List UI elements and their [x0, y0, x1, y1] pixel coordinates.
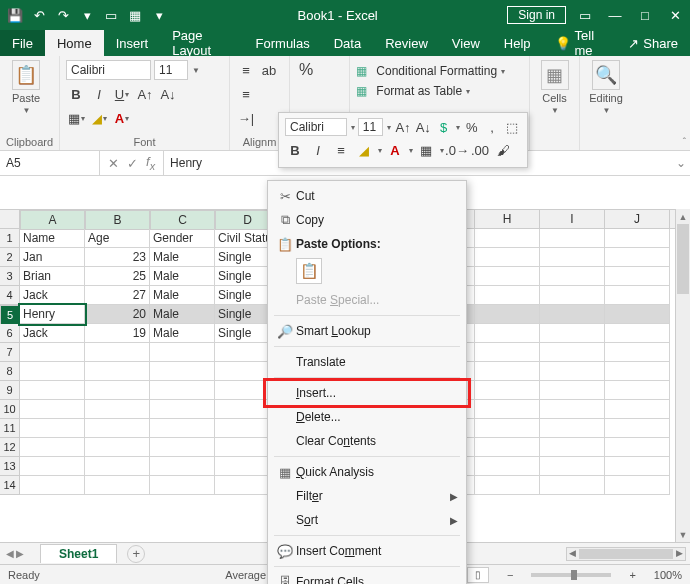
conditional-formatting-button[interactable]: ▦ Conditional Formatting▾ [356, 64, 505, 78]
collapse-ribbon-icon[interactable]: ˆ [683, 137, 686, 148]
align-top-icon[interactable]: ≡ [236, 60, 256, 80]
ctx-translate[interactable]: Translate [268, 350, 466, 374]
cell[interactable] [475, 343, 540, 362]
touch-icon[interactable]: ▭ [102, 6, 120, 24]
cell[interactable] [85, 419, 150, 438]
cell[interactable] [540, 476, 605, 495]
cell[interactable]: Name [20, 229, 85, 248]
mini-fill-icon[interactable]: ◢ [354, 140, 374, 160]
align-left-icon[interactable]: ≡ [236, 84, 256, 104]
row-header[interactable]: 3 [0, 267, 20, 286]
maximize-icon[interactable]: □ [636, 6, 654, 24]
cell[interactable] [540, 267, 605, 286]
mini-font-color-icon[interactable]: A [385, 140, 405, 160]
cells-button[interactable]: ▦Cells▼ [536, 60, 573, 115]
cell[interactable] [85, 400, 150, 419]
cell[interactable] [20, 362, 85, 381]
increase-font-icon[interactable]: A↑ [135, 84, 155, 104]
col-head-i[interactable]: I [540, 210, 605, 228]
borders-icon[interactable]: ▦▾ [66, 108, 86, 128]
select-all-corner[interactable] [0, 210, 20, 228]
row-header[interactable]: 7 [0, 343, 20, 362]
cell[interactable] [540, 343, 605, 362]
fill-color-icon[interactable]: ◢▾ [89, 108, 109, 128]
zoom-slider[interactable] [531, 573, 611, 577]
editing-button[interactable]: 🔍Editing▼ [586, 60, 626, 115]
row-header[interactable]: 8 [0, 362, 20, 381]
wrap-text-icon[interactable]: ab [259, 60, 279, 80]
cell[interactable] [540, 324, 605, 343]
row-header[interactable]: 9 [0, 381, 20, 400]
cell[interactable] [85, 381, 150, 400]
row-header[interactable]: 4 [0, 286, 20, 305]
cell[interactable] [20, 476, 85, 495]
mini-dec-decimal-icon[interactable]: .00 [470, 140, 490, 160]
cell[interactable] [540, 305, 605, 324]
cell[interactable] [605, 457, 670, 476]
redo-icon[interactable]: ↷ [54, 6, 72, 24]
cell[interactable] [605, 267, 670, 286]
ctx-cut[interactable]: ✂Cut [268, 184, 466, 208]
cell[interactable]: Brian [20, 267, 85, 286]
cell[interactable] [605, 476, 670, 495]
cell[interactable] [85, 476, 150, 495]
cell[interactable]: 27 [85, 286, 150, 305]
scroll-right-icon[interactable]: ▶ [674, 548, 685, 560]
row-header[interactable]: 12 [0, 438, 20, 457]
cell[interactable]: Male [150, 248, 215, 267]
paste-button[interactable]: 📋 Paste ▼ [6, 60, 46, 115]
horizontal-scrollbar[interactable]: ◀▶ [566, 547, 686, 561]
tab-formulas[interactable]: Formulas [244, 30, 322, 56]
cell[interactable]: Jack [20, 286, 85, 305]
cell[interactable] [150, 362, 215, 381]
cell[interactable]: Jack [20, 324, 85, 343]
prev-sheet-icon[interactable]: ◀ [6, 548, 14, 559]
ctx-format-cells[interactable]: 🗄Format Cells... [268, 570, 466, 584]
tell-me[interactable]: 💡Tell me [543, 30, 617, 56]
next-sheet-icon[interactable]: ▶ [16, 548, 24, 559]
cell[interactable] [475, 305, 540, 324]
cell[interactable]: Henry [20, 305, 85, 324]
row-header[interactable]: 13 [0, 457, 20, 476]
zoom-level[interactable]: 100% [654, 569, 682, 581]
cell[interactable] [540, 400, 605, 419]
cell[interactable]: Male [150, 305, 215, 324]
cell[interactable] [85, 457, 150, 476]
ctx-insert[interactable]: Insert... [268, 381, 466, 405]
name-box[interactable]: A5 [0, 151, 100, 175]
cell[interactable] [605, 343, 670, 362]
cell[interactable] [605, 229, 670, 248]
mini-align-icon[interactable]: ≡ [331, 140, 351, 160]
row-header[interactable]: 11 [0, 419, 20, 438]
cell[interactable] [540, 286, 605, 305]
ctx-sort[interactable]: Sort▶ [268, 508, 466, 532]
mini-italic-icon[interactable]: I [308, 140, 328, 160]
cell[interactable] [605, 286, 670, 305]
cell[interactable] [605, 419, 670, 438]
mini-currency-icon[interactable]: $ [435, 117, 452, 137]
cell[interactable] [475, 438, 540, 457]
mini-merge-icon[interactable]: ⬚ [504, 117, 521, 137]
cell[interactable]: 20 [85, 305, 150, 324]
scroll-up-icon[interactable]: ▲ [676, 209, 690, 224]
fx-enter-icon[interactable]: ✓ [127, 156, 138, 171]
row-header[interactable]: 2 [0, 248, 20, 267]
font-size-select[interactable]: 11 [154, 60, 188, 80]
tab-file[interactable]: File [0, 30, 45, 56]
cell[interactable] [20, 457, 85, 476]
cell[interactable] [150, 438, 215, 457]
save-icon[interactable]: 💾 [6, 6, 24, 24]
ctx-quick-analysis[interactable]: ▦Quick Analysis [268, 460, 466, 484]
ctx-delete[interactable]: Delete... [268, 405, 466, 429]
font-color-icon[interactable]: A▾ [112, 108, 132, 128]
ribbon-options-icon[interactable]: ▭ [576, 6, 594, 24]
cell[interactable] [475, 229, 540, 248]
col-head-c[interactable]: C [150, 210, 215, 230]
minimize-icon[interactable]: — [606, 6, 624, 24]
cell[interactable] [605, 400, 670, 419]
ctx-insert-comment[interactable]: 💬Insert Comment [268, 539, 466, 563]
undo-icon[interactable]: ↶ [30, 6, 48, 24]
row-header[interactable]: 6 [0, 324, 20, 343]
mini-comma-icon[interactable]: , [483, 117, 500, 137]
ctx-smart-lookup[interactable]: 🔎Smart Lookup [268, 319, 466, 343]
